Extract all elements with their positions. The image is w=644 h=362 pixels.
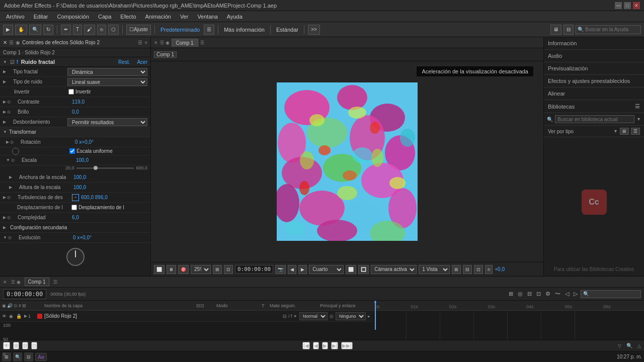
tool-select[interactable]: ▶ (3, 25, 13, 35)
libraries-menu-icon[interactable]: ☰ (635, 103, 640, 110)
escala-expand[interactable]: ▼ (6, 158, 10, 162)
grid-view-btn[interactable]: ⊞ (620, 128, 629, 135)
layer-mode-select[interactable]: Normal (299, 312, 328, 320)
effects-presets-section[interactable]: Efectos y ajustes preestablecidos (544, 75, 644, 87)
layer-solo-btn[interactable]: ◉ (9, 314, 15, 319)
evolucion-expand[interactable]: ▼ (3, 235, 7, 240)
transformar-section[interactable]: ▼ Transformar (0, 127, 150, 137)
tl-tool-5[interactable]: ⚙ (544, 290, 552, 298)
tl-tool-1[interactable]: ⊞ (507, 290, 515, 298)
brillo-expand[interactable]: ▶ (3, 110, 6, 114)
tl-tool-4[interactable]: ⊡ (535, 290, 542, 298)
viewer-cam-btn[interactable]: 📷 (275, 265, 286, 274)
config-sec-expand[interactable]: ▶ (3, 225, 6, 230)
fx-acer-btn[interactable]: Acer (137, 59, 147, 65)
tipo-ruido-expand[interactable]: ▶ (3, 79, 6, 84)
tl-play-btn[interactable]: ▶ (322, 342, 328, 349)
mas-info-label[interactable]: Más información (222, 27, 267, 33)
brillo-value[interactable]: 0,0 (72, 109, 147, 115)
layer-mate-select[interactable]: Ninguno (336, 312, 366, 320)
timeline-tab-menu[interactable]: ☰ (53, 280, 57, 285)
camera-select[interactable]: Cámara activa (371, 265, 417, 274)
library-search-down-icon[interactable]: ▼ (636, 117, 641, 122)
tl-prev-frame-btn[interactable]: ◀ (313, 342, 319, 349)
viewer-btn-e[interactable]: ⊡ (474, 265, 483, 274)
menu-ventana[interactable]: Ventana (193, 13, 221, 21)
menu-editar[interactable]: Editar (30, 13, 52, 21)
viewer-btn-b[interactable]: 🔳 (358, 265, 369, 274)
brillo-anim-expand[interactable]: ◎ (7, 110, 11, 114)
viewer-btn-toggle[interactable]: 🖥 (167, 265, 176, 274)
ae-taskbar-btn[interactable]: Ae (35, 353, 47, 361)
viewer-btn-f[interactable]: ⎋ (485, 265, 493, 274)
libraries-section[interactable]: Bibliotecas ☰ (544, 100, 644, 113)
tool-stamp[interactable]: ⎋ (97, 25, 106, 35)
quality-select[interactable]: CuartoMitadCompleto (309, 265, 344, 274)
tool-rotate[interactable]: ↻ (43, 25, 53, 35)
escala-slider-thumb[interactable] (94, 166, 98, 170)
tool-text[interactable]: T (73, 25, 82, 35)
contraste-anim-expand[interactable]: ◎ (7, 100, 11, 104)
panel-expand-icon[interactable]: » (144, 40, 147, 45)
escala-slider-track[interactable] (76, 167, 134, 169)
tipo-fractal-select[interactable]: Dinámica (67, 68, 147, 76)
viewer-comp-tab[interactable]: Comp 1 (172, 39, 198, 47)
viewer-btn-c[interactable]: ⊞ (452, 265, 461, 274)
tl-footer-btn-2[interactable]: ⊞ (13, 342, 19, 349)
viewer-grid-btn[interactable]: ⊞ (213, 265, 222, 274)
fx-rest-btn[interactable]: Rest. (118, 59, 130, 65)
zoom-select[interactable]: 25%50%100% (191, 265, 211, 274)
panel-menu-icon[interactable]: ☰ (138, 40, 142, 45)
effects-panel-close[interactable]: ✕ (3, 40, 7, 45)
tl-zoom-handle[interactable]: △ (637, 343, 641, 348)
viewer-btn-d[interactable]: ⊟ (463, 265, 472, 274)
complejidad-value[interactable]: 6,0 (72, 215, 147, 220)
timeline-content[interactable] (372, 311, 644, 340)
estandar-label[interactable]: Estándar (274, 27, 300, 33)
library-search-input[interactable] (555, 115, 634, 123)
tl-tool-7[interactable]: ▷ (572, 290, 579, 298)
timeline-comp-tab[interactable]: Comp 1 (25, 278, 49, 286)
tl-next-frame-btn[interactable]: ▶| (331, 342, 339, 349)
comp-anim[interactable]: ◎ (7, 215, 11, 220)
desbordamiento-select[interactable]: Permitir resultados (67, 118, 147, 126)
close-button[interactable]: ✕ (633, 2, 640, 9)
align-section[interactable]: Alinear (544, 87, 644, 100)
ver-por-tipo-down[interactable]: ▼ (613, 129, 618, 134)
rotation-dial[interactable] (12, 148, 19, 155)
viewer-prev-btn[interactable]: ◀ (288, 265, 296, 274)
timeline-close-btn[interactable]: ✕ (3, 280, 7, 285)
tl-first-frame-btn[interactable]: |◀ (302, 342, 310, 349)
expand-toolbar-btn[interactable]: >> (308, 25, 320, 35)
evolucion-value[interactable]: 0 x+0,0° (73, 235, 147, 240)
viewer-btn-guide[interactable]: 🎯 (178, 265, 189, 274)
viewer-tab-menu[interactable]: ☰ (200, 40, 204, 45)
menu-composicion[interactable]: Composición (53, 13, 93, 21)
predeterminado-label[interactable]: Predeterminado (158, 27, 202, 33)
fx-checkbox-icon[interactable]: ☑ (10, 59, 15, 65)
layer-eye-btn[interactable]: 👁 (2, 314, 8, 319)
escala-value[interactable]: 100,0 (76, 157, 147, 163)
info-section[interactable]: Información (544, 37, 644, 50)
contraste-expand[interactable]: ▶ (3, 100, 6, 104)
timeline-timecode[interactable]: 0:00:00:00 (3, 289, 46, 299)
scale-uniform-checkbox[interactable] (69, 148, 75, 154)
timeline-playhead[interactable] (375, 301, 376, 330)
escala-anim[interactable]: ◎ (11, 158, 15, 162)
tool-zoom[interactable]: 🔍 (29, 25, 41, 35)
tl-last-frame-btn[interactable]: ▶▶| (341, 342, 353, 349)
turb-coord-icon[interactable]: + (72, 194, 79, 201)
tl-footer-btn-4[interactable]: ⊡ (31, 342, 37, 349)
tipo-fractal-expand[interactable]: ▶ (3, 69, 6, 74)
viewer-offset[interactable]: +0,0 (495, 266, 505, 272)
fx-expand-btn[interactable]: ▼ (3, 60, 7, 64)
comp-expand[interactable]: ▶ (3, 215, 6, 220)
viewer-panel-close[interactable]: ✕ (154, 40, 158, 45)
taskbar-task-view[interactable]: ⊟ (24, 352, 33, 361)
layer-expand-btn[interactable]: ▶ (24, 314, 27, 318)
tool-brush[interactable]: 🖌 (84, 25, 95, 35)
tl-tool-2[interactable]: ◎ (516, 290, 524, 298)
maximize-button[interactable]: □ (624, 2, 631, 9)
anchura-expand[interactable]: ▶ (9, 175, 12, 179)
menu-ayuda[interactable]: Ayuda (223, 13, 247, 21)
